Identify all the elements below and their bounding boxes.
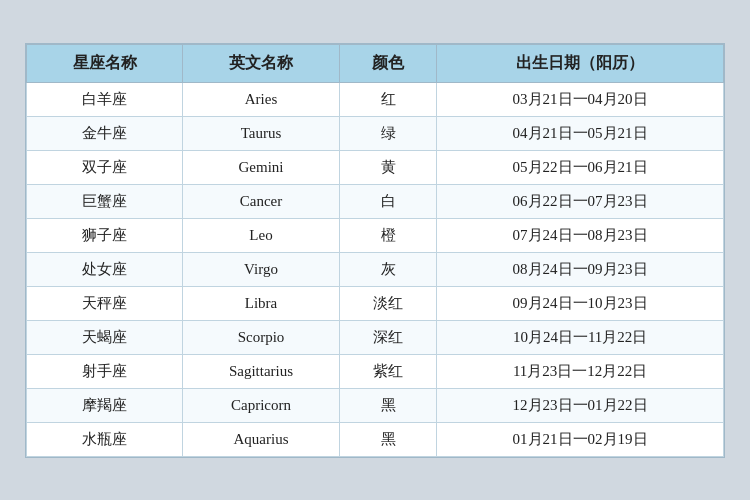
table-row: 射手座Sagittarius紫红11月23日一12月22日 [27, 354, 724, 388]
cell-english-name: Virgo [183, 252, 340, 286]
cell-date: 12月23日一01月22日 [437, 388, 724, 422]
table-row: 天蝎座Scorpio深红10月24日一11月22日 [27, 320, 724, 354]
cell-color: 黄 [339, 150, 436, 184]
cell-chinese-name: 巨蟹座 [27, 184, 183, 218]
cell-date: 05月22日一06月21日 [437, 150, 724, 184]
cell-chinese-name: 双子座 [27, 150, 183, 184]
header-english-name: 英文名称 [183, 44, 340, 82]
cell-color: 黑 [339, 422, 436, 456]
cell-color: 橙 [339, 218, 436, 252]
cell-color: 淡红 [339, 286, 436, 320]
cell-chinese-name: 天秤座 [27, 286, 183, 320]
cell-color: 黑 [339, 388, 436, 422]
cell-color: 红 [339, 82, 436, 116]
cell-color: 深红 [339, 320, 436, 354]
cell-chinese-name: 狮子座 [27, 218, 183, 252]
cell-english-name: Aquarius [183, 422, 340, 456]
header-color: 颜色 [339, 44, 436, 82]
cell-chinese-name: 水瓶座 [27, 422, 183, 456]
cell-color: 灰 [339, 252, 436, 286]
cell-english-name: Capricorn [183, 388, 340, 422]
table-row: 摩羯座Capricorn黑12月23日一01月22日 [27, 388, 724, 422]
cell-english-name: Gemini [183, 150, 340, 184]
table-row: 水瓶座Aquarius黑01月21日一02月19日 [27, 422, 724, 456]
header-date: 出生日期（阳历） [437, 44, 724, 82]
cell-english-name: Taurus [183, 116, 340, 150]
cell-chinese-name: 摩羯座 [27, 388, 183, 422]
table-row: 巨蟹座Cancer白06月22日一07月23日 [27, 184, 724, 218]
cell-chinese-name: 射手座 [27, 354, 183, 388]
table-header-row: 星座名称 英文名称 颜色 出生日期（阳历） [27, 44, 724, 82]
cell-color: 紫红 [339, 354, 436, 388]
cell-english-name: Libra [183, 286, 340, 320]
cell-color: 白 [339, 184, 436, 218]
table-row: 处女座Virgo灰08月24日一09月23日 [27, 252, 724, 286]
cell-date: 01月21日一02月19日 [437, 422, 724, 456]
cell-date: 06月22日一07月23日 [437, 184, 724, 218]
cell-date: 10月24日一11月22日 [437, 320, 724, 354]
cell-chinese-name: 天蝎座 [27, 320, 183, 354]
cell-english-name: Cancer [183, 184, 340, 218]
table-row: 双子座Gemini黄05月22日一06月21日 [27, 150, 724, 184]
cell-chinese-name: 白羊座 [27, 82, 183, 116]
cell-color: 绿 [339, 116, 436, 150]
zodiac-table: 星座名称 英文名称 颜色 出生日期（阳历） 白羊座Aries红03月21日一04… [26, 44, 724, 457]
header-chinese-name: 星座名称 [27, 44, 183, 82]
cell-english-name: Leo [183, 218, 340, 252]
table-body: 白羊座Aries红03月21日一04月20日金牛座Taurus绿04月21日一0… [27, 82, 724, 456]
table-row: 狮子座Leo橙07月24日一08月23日 [27, 218, 724, 252]
cell-chinese-name: 金牛座 [27, 116, 183, 150]
cell-date: 09月24日一10月23日 [437, 286, 724, 320]
table-row: 金牛座Taurus绿04月21日一05月21日 [27, 116, 724, 150]
table-row: 天秤座Libra淡红09月24日一10月23日 [27, 286, 724, 320]
cell-english-name: Scorpio [183, 320, 340, 354]
cell-date: 07月24日一08月23日 [437, 218, 724, 252]
cell-english-name: Sagittarius [183, 354, 340, 388]
cell-chinese-name: 处女座 [27, 252, 183, 286]
cell-date: 04月21日一05月21日 [437, 116, 724, 150]
table-row: 白羊座Aries红03月21日一04月20日 [27, 82, 724, 116]
cell-english-name: Aries [183, 82, 340, 116]
zodiac-table-container: 星座名称 英文名称 颜色 出生日期（阳历） 白羊座Aries红03月21日一04… [25, 43, 725, 458]
cell-date: 08月24日一09月23日 [437, 252, 724, 286]
cell-date: 03月21日一04月20日 [437, 82, 724, 116]
cell-date: 11月23日一12月22日 [437, 354, 724, 388]
